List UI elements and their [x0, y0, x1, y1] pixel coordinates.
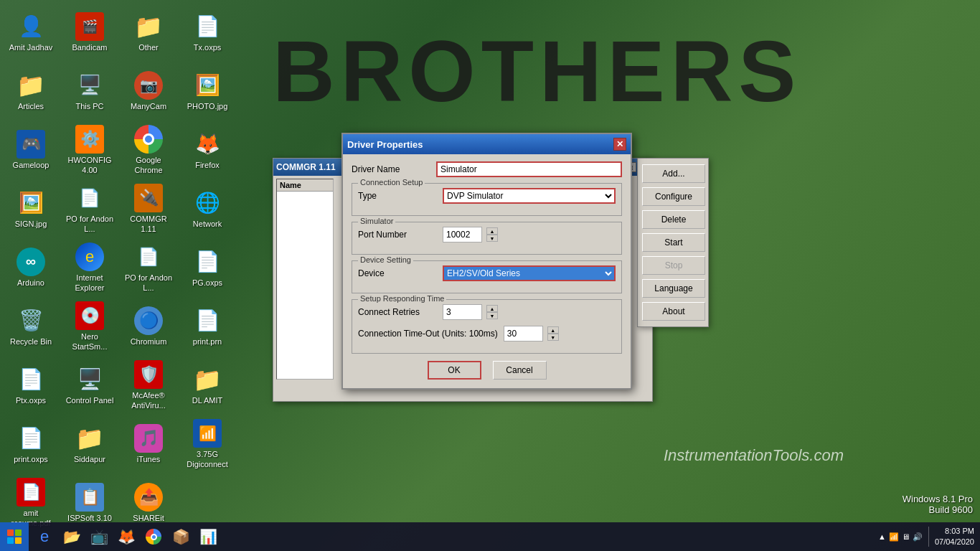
tray-volume-icon[interactable]: 🔊: [913, 532, 923, 542]
desktop-icon-pg-oxps[interactable]: 📄 PG.oxps: [180, 239, 235, 296]
language-button[interactable]: Language: [642, 279, 705, 298]
port-number-input[interactable]: [443, 227, 482, 242]
stop-button[interactable]: Stop: [642, 256, 705, 275]
tray-arrow-icon[interactable]: ▲: [878, 532, 886, 541]
device-select[interactable]: EH2/SV/Old Series EH3/SV2 Series ES/EX S…: [443, 265, 616, 281]
desktop-icon-ie[interactable]: e Internet Explorer: [62, 239, 117, 296]
device-setting-section: Device Setting Device EH2/SV/Old Series …: [352, 260, 622, 293]
desktop-icon-label: iTunes: [137, 455, 161, 464]
desktop-icon-articles[interactable]: 📁 Articles: [4, 62, 58, 120]
desktop-icon-print-prn[interactable]: 📄 print.prn: [180, 298, 235, 355]
desktop-icon-commgr[interactable]: 🔌 COMMGR 1.11: [121, 180, 176, 237]
desktop-icon-sign-jpg[interactable]: 🖼️ SIGN.jpg: [4, 180, 58, 237]
desktop-icon-recycle-bin[interactable]: 🗑️ Recycle Bin: [4, 298, 58, 355]
desktop-icon-dl-amit[interactable]: 📁 DL AMIT: [180, 357, 235, 414]
delete-button[interactable]: Delete: [642, 210, 705, 229]
port-number-down-button[interactable]: ▼: [486, 235, 498, 242]
desktop-icon-label: Network: [193, 220, 222, 229]
setup-responding-title: Setup Responding Time: [358, 294, 446, 303]
port-number-up-button[interactable]: ▲: [486, 227, 498, 235]
tx-oxps-icon: 📄: [193, 12, 222, 41]
ok-label: OK: [448, 365, 460, 375]
desktop-icon-google-chrome[interactable]: Google Chrome: [121, 121, 176, 179]
desktop-icon-manycam[interactable]: 📷 ManyCam: [121, 62, 176, 120]
desktop-icon-label: Ptx.oxps: [16, 396, 46, 405]
windows-build: Build 9600: [903, 504, 973, 515]
commgr-list: Name: [276, 179, 334, 380]
desktop-icon-po-andon1[interactable]: 📄 PO for Andon L...: [62, 180, 117, 237]
about-button[interactable]: About: [642, 302, 705, 321]
timeout-input[interactable]: [504, 326, 543, 342]
type-select[interactable]: DVP Simulator DVP Series AH Series: [443, 188, 616, 204]
desktop-icon-po-andon2[interactable]: 📄 PO for Andon L...: [121, 239, 176, 296]
desktop-icon-other[interactable]: 📁 Other: [121, 4, 176, 61]
desktop-icon-label: McAfee® AntiViru...: [124, 391, 173, 410]
desktop-icon-nero[interactable]: 💿 Nero StartSm...: [62, 298, 117, 355]
port-number-spinner: ▲ ▼: [443, 227, 498, 242]
taskbar-chrome-icon[interactable]: [141, 524, 166, 550]
cancel-button[interactable]: Cancel: [493, 361, 547, 380]
start-button[interactable]: Start: [642, 233, 705, 252]
start-button[interactable]: [0, 522, 29, 551]
siddapur-icon: 📁: [75, 424, 104, 453]
chrome-icon: [134, 125, 163, 154]
desktop-icon-siddapur[interactable]: 📁 Siddapur: [62, 415, 117, 473]
taskbar-commgr-icon[interactable]: 📊: [195, 524, 221, 550]
taskbar-box-icon[interactable]: 📦: [168, 524, 194, 550]
timeout-up-button[interactable]: ▲: [547, 326, 559, 334]
timeout-spinner: ▲ ▼: [504, 326, 559, 342]
itunes-icon: 🎵: [134, 424, 163, 453]
desktop-icon-firefox[interactable]: 🦊 Firefox: [180, 121, 235, 179]
tray-network-icon[interactable]: 📶: [889, 532, 899, 542]
desktop-icon-this-pc[interactable]: 🖥️ This PC: [62, 62, 117, 120]
right-buttons-panel: Add... Configure Delete Start Stop Langu…: [637, 158, 709, 327]
desktop-icon-digiconnect[interactable]: 📶 3.75G Digiconnect: [180, 415, 235, 473]
desktop-icon-network[interactable]: 🌐 Network: [180, 180, 235, 237]
taskbar-tv-icon[interactable]: 📺: [86, 524, 112, 550]
control-panel-icon: 🖥️: [75, 365, 104, 394]
taskbar-folder-icon[interactable]: 📂: [59, 524, 85, 550]
desktop-bg-text: BROTHERS: [273, 22, 801, 121]
setup-responding-section: Setup Responding Time Connect Retries ▲ …: [352, 299, 622, 354]
desktop-icon-label: Gameloop: [13, 161, 50, 170]
device-setting-title: Device Setting: [358, 255, 413, 264]
ie-icon: e: [75, 242, 104, 271]
taskbar-clock[interactable]: 8:03 PM 07/04/2020: [935, 526, 974, 548]
desktop-icon-bandicam[interactable]: 🎬 Bandicam: [62, 4, 117, 61]
articles-icon: 📁: [17, 71, 45, 100]
taskbar-ie-icon[interactable]: e: [32, 524, 57, 550]
desktop-icon-tx-oxps[interactable]: 📄 Tx.oxps: [180, 4, 235, 61]
configure-button[interactable]: Configure: [642, 187, 705, 206]
desktop-icon-print-oxps[interactable]: 📄 print.oxps: [4, 415, 58, 473]
driver-name-input[interactable]: [436, 161, 622, 177]
taskbar-firefox-icon[interactable]: 🦊: [113, 524, 139, 550]
port-number-spinner-buttons: ▲ ▼: [486, 227, 498, 242]
desktop-icon-photo-jpg[interactable]: 🖼️ PHOTO.jpg: [180, 62, 235, 120]
timeout-row: Connection Time-Out (Units: 100ms) ▲ ▼: [358, 326, 616, 342]
desktop-icon-ptx-oxps[interactable]: 📄 Ptx.oxps: [4, 357, 58, 414]
add-button[interactable]: Add...: [642, 164, 705, 183]
clock-time: 8:03 PM: [935, 526, 974, 537]
tray-display-icon[interactable]: 🖥: [902, 532, 910, 541]
connect-retries-down-button[interactable]: ▼: [486, 312, 498, 319]
desktop-icon-hwconfig[interactable]: ⚙️ HWCONFIG 4.00: [62, 121, 117, 179]
connect-retries-input[interactable]: [443, 304, 482, 320]
desktop-icon-arduino[interactable]: ∞ Arduino: [4, 239, 58, 296]
desktop-icon-gameloop[interactable]: 🎮 Gameloop: [4, 121, 58, 179]
ok-button[interactable]: OK: [428, 361, 481, 380]
desktop-icon-chromium[interactable]: 🔵 Chromium: [121, 298, 176, 355]
desktop-icon-itunes[interactable]: 🎵 iTunes: [121, 415, 176, 473]
desktop-icon-label: Tx.oxps: [194, 43, 222, 52]
desktop-icon-label: Siddapur: [74, 455, 105, 464]
recycle-bin-icon: 🗑️: [17, 306, 45, 335]
type-row: Type DVP Simulator DVP Series AH Series: [358, 188, 616, 204]
connect-retries-up-button[interactable]: ▲: [486, 305, 498, 312]
desktop-icon-mcafee[interactable]: 🛡️ McAfee® AntiViru...: [121, 357, 176, 414]
desktop-icon-control-panel[interactable]: 🖥️ Control Panel: [62, 357, 117, 414]
timeout-down-button[interactable]: ▼: [547, 334, 559, 341]
dialog-close-button[interactable]: ✕: [613, 138, 626, 151]
pg-oxps-icon: 📄: [193, 248, 222, 276]
dialog-titlebar: Driver Properties ✕: [343, 134, 631, 154]
desktop-icon-amit-jadhav[interactable]: 👤 Amit Jadhav: [4, 4, 58, 61]
bandicam-icon: 🎬: [75, 12, 104, 41]
